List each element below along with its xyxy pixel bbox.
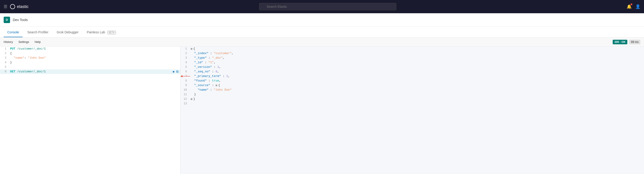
result-num-1: 1 xyxy=(180,47,190,51)
result-content-8: "found" : true, xyxy=(190,79,644,83)
tab-painless-lab[interactable]: Painless Lab BETA xyxy=(83,28,120,37)
result-num-11: 11 xyxy=(180,92,190,97)
line-num-5: 5 xyxy=(0,65,9,69)
status-indicator: 200 - OK 89 ms xyxy=(613,40,640,44)
collapse-dot-12[interactable] xyxy=(190,98,192,100)
line-content-5 xyxy=(9,65,180,69)
result-line-4: 4 "_id" : "1", xyxy=(180,60,644,65)
toolbar-history[interactable]: History xyxy=(4,40,13,44)
dev-tools-initial: D xyxy=(6,18,8,21)
search-input[interactable] xyxy=(259,3,396,10)
result-area: 1 { 2 "_index" : "customer", 3 "_type" :… xyxy=(180,47,644,106)
line-num-1: 1 xyxy=(0,47,9,51)
code-line-6: 6 GET /customer/_doc/1 ▶ ⧉ xyxy=(0,69,180,74)
toolbar-settings[interactable]: Settings xyxy=(18,40,29,44)
path-1: /customer/_doc/1 xyxy=(17,47,46,50)
hamburger-icon[interactable]: ☰ xyxy=(4,4,7,9)
result-line-12: 12 } xyxy=(180,97,644,101)
result-content-12: } xyxy=(190,97,644,101)
elastic-logo-text: elastic xyxy=(17,4,28,9)
r-val-version: 1 xyxy=(217,65,219,69)
action-icons: ▶ ⧉ xyxy=(173,69,178,74)
line-num-3: 3 xyxy=(0,56,9,60)
code-line-1: 1 PUT /customer/_doc/1 xyxy=(0,47,180,51)
editor-container: 1 PUT /customer/_doc/1 2 { 3 "name": "Jo… xyxy=(0,47,644,174)
result-num-2: 2 xyxy=(180,51,190,56)
secondary-nav: D Dev Tools xyxy=(0,13,644,26)
status-ok-badge: 200 - OK xyxy=(613,40,628,44)
r-key-id: "_id" xyxy=(194,61,203,64)
result-num-13: 13 xyxy=(180,101,190,106)
red-arrow xyxy=(180,74,190,78)
result-line-8: 8 "found" : true, xyxy=(180,79,644,83)
toolbar-help[interactable]: Help xyxy=(34,40,41,44)
elastic-logo: elastic xyxy=(10,4,28,9)
elastic-logo-circle xyxy=(10,4,15,9)
r-val-doc: "_doc" xyxy=(212,56,223,60)
copy-icon[interactable]: ⧉ xyxy=(176,69,178,74)
dev-tools-icon: D xyxy=(4,17,10,23)
run-icon[interactable]: ▶ xyxy=(173,69,175,74)
r-val-customer: "customer" xyxy=(214,52,232,55)
result-num-3: 3 xyxy=(180,56,190,60)
result-num-5: 5 xyxy=(180,65,190,69)
r-key-source: "_source" xyxy=(194,84,210,87)
line-content-6: GET /customer/_doc/1 xyxy=(9,69,180,74)
result-num-4: 4 xyxy=(180,60,190,65)
collapse-dot-1[interactable] xyxy=(190,48,192,50)
result-line-5: 5 "_version" : 1, xyxy=(180,65,644,69)
result-content-4: "_id" : "1", xyxy=(190,60,644,65)
result-num-9: 9 xyxy=(180,83,190,88)
str-john-doe: "John Doe" xyxy=(28,56,46,60)
code-area: 1 PUT /customer/_doc/1 2 { 3 "name": "Jo… xyxy=(0,47,180,74)
r-key-primary-term: "_primary_term" xyxy=(194,74,221,78)
result-line-10: 10 "name" : "John Doe" xyxy=(180,88,644,92)
status-time-badge: 89 ms xyxy=(629,40,640,44)
result-content-6: "_seq_no" : 0, xyxy=(190,69,644,74)
result-content-10: "name" : "John Doe" xyxy=(190,88,644,92)
search-bar-container: 🔍 xyxy=(259,3,396,10)
result-num-8: 8 xyxy=(180,79,190,83)
tab-console[interactable]: Console xyxy=(4,28,22,37)
right-pane: 1 { 2 "_index" : "customer", 3 "_type" :… xyxy=(180,47,644,174)
line-num-4: 4 xyxy=(0,60,9,65)
result-content-11: } xyxy=(190,92,644,97)
r-key-found: "found" xyxy=(194,79,207,82)
user-avatar-icon[interactable]: 👤 xyxy=(635,4,640,9)
notification-icon[interactable]: 🔔 xyxy=(627,4,632,9)
beta-badge: BETA xyxy=(108,31,116,34)
r-key-seqno: "_seq_no" xyxy=(194,70,210,73)
top-bar-left: ☰ elastic xyxy=(4,4,28,9)
result-content-5: "_version" : 1, xyxy=(190,65,644,69)
result-num-12: 12 xyxy=(180,97,190,101)
tab-grok-debugger[interactable]: Grok Debugger xyxy=(53,28,82,37)
result-content-7: "_primary_term" : 1, xyxy=(190,74,644,79)
result-content-9: "_source" : { xyxy=(190,83,644,88)
r-key-type: "_type" xyxy=(194,56,207,60)
line-num-2: 2 xyxy=(0,51,9,56)
r-val-seqno: 0 xyxy=(216,70,217,73)
r-key-version: "_version" xyxy=(194,65,212,69)
line-content-4: } xyxy=(9,60,180,65)
code-line-4: 4 } xyxy=(0,60,180,65)
dev-tools-label: Dev Tools xyxy=(13,18,28,22)
r-val-found: true xyxy=(212,79,219,82)
line-content-2: { xyxy=(9,51,180,56)
result-line-11: 11 } xyxy=(180,92,644,97)
r-val-name: "John Doe" xyxy=(214,88,232,92)
result-line-6: 6 "_seq_no" : 0, xyxy=(180,69,644,74)
collapse-dot-9[interactable] xyxy=(216,84,217,86)
r-key-name: "name" xyxy=(198,88,208,92)
search-bar-wrapper: 🔍 xyxy=(259,3,396,10)
result-line-7: 7 "_primary_term" : 1, xyxy=(180,74,644,79)
toolbar: History Settings Help 200 - OK 89 ms xyxy=(0,37,644,47)
code-line-3: 3 "name": "John Doe" xyxy=(0,56,180,60)
result-content-2: "_index" : "customer", xyxy=(190,51,644,56)
result-content-13 xyxy=(190,101,644,106)
top-nav-bar: ☰ elastic 🔍 🔔 👤 xyxy=(0,0,644,13)
keyword-put: PUT xyxy=(10,47,15,50)
tab-search-profiler[interactable]: Search Profiler xyxy=(24,28,52,37)
line-content-1: PUT /customer/_doc/1 xyxy=(9,47,180,51)
result-line-1: 1 { xyxy=(180,47,644,51)
left-pane[interactable]: 1 PUT /customer/_doc/1 2 { 3 "name": "Jo… xyxy=(0,47,180,174)
